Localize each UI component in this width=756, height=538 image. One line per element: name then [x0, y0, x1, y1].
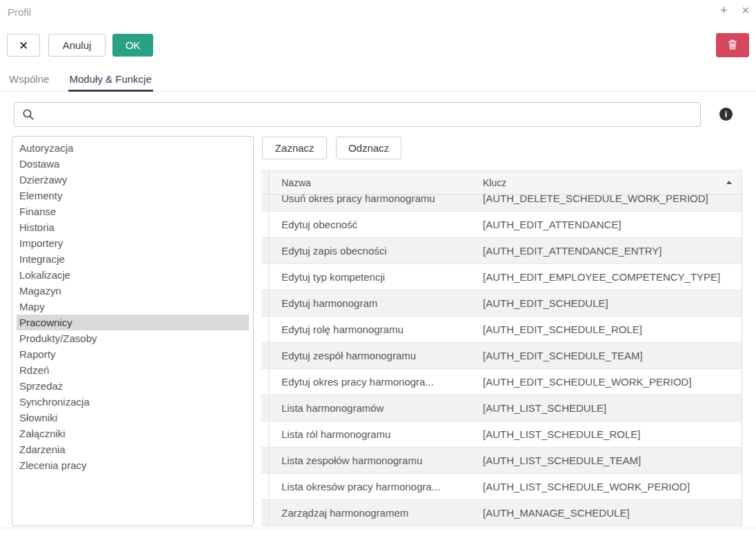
list-item[interactable]: Słowniki: [17, 410, 249, 426]
list-item[interactable]: Dzierżawy: [17, 172, 249, 188]
list-item[interactable]: Raporty: [17, 346, 249, 362]
row-gutter: [261, 195, 269, 211]
cell-nazwa: Edytuj harmonogram: [269, 297, 470, 309]
table-row[interactable]: Edytuj obecność[AUTH_EDIT_ATTENDANCE]: [261, 212, 742, 238]
window-close-icon[interactable]: ×: [742, 3, 749, 17]
row-gutter: [261, 369, 269, 395]
row-gutter: [261, 238, 269, 263]
table-header: Nazwa Klucz: [261, 170, 742, 195]
cell-nazwa: Edytuj rolę harmonogramu: [269, 323, 470, 335]
row-gutter: [261, 317, 269, 342]
header-gutter: [261, 171, 269, 194]
row-gutter: [261, 448, 269, 473]
list-item[interactable]: Sprzedaż: [17, 378, 249, 394]
list-item[interactable]: Finanse: [17, 203, 249, 219]
list-item[interactable]: Produkty/Zasoby: [17, 330, 249, 346]
cell-klucz: [AUTH_LIST_SCHEDULE_WORK_PERIOD]: [470, 474, 742, 499]
permissions-table: Nazwa Klucz Usuń okres pracy harmonogram…: [261, 170, 742, 526]
cell-nazwa: Lista harmonogramów: [269, 402, 470, 414]
cell-nazwa: Usuń okres pracy harmonogramu: [269, 195, 470, 204]
row-gutter: [261, 500, 269, 526]
table-body: Usuń okres pracy harmonogramu[AUTH_DELET…: [261, 195, 742, 526]
cell-klucz: [AUTH_EDIT_ATTENDANCE_ENTRY]: [470, 238, 742, 263]
list-item[interactable]: Rdzeń: [17, 362, 249, 378]
module-list: AutoryzacjaDostawaDzierżawyElementyFinan…: [12, 136, 254, 526]
table-row[interactable]: Lista zespołów harmonogramu[AUTH_LIST_SC…: [261, 448, 742, 474]
bottom-divider: [0, 528, 756, 528]
tab-moduly-funkcje[interactable]: Moduły & Funkcje: [68, 69, 153, 92]
table-row[interactable]: Lista ról harmonogramu[AUTH_LIST_SCHEDUL…: [261, 421, 742, 448]
info-icon[interactable]: i: [719, 108, 733, 121]
window-controls: + ×: [720, 3, 749, 17]
cell-nazwa: Edytuj typ kompetencji: [269, 271, 470, 283]
table-row[interactable]: Edytuj harmonogram[AUTH_EDIT_SCHEDULE]: [261, 290, 742, 317]
cell-nazwa: Lista okresów pracy harmonogra...: [269, 481, 470, 492]
list-item[interactable]: Lokalizacje: [17, 267, 249, 283]
row-gutter: [261, 212, 269, 237]
table-row[interactable]: Zarządzaj harmonogramem[AUTH_MANAGE_SCHE…: [261, 500, 742, 526]
list-item[interactable]: Zdarzenia: [17, 441, 249, 457]
table-row[interactable]: Lista okresów pracy harmonogra...[AUTH_L…: [261, 474, 742, 500]
page-title: Profil: [8, 6, 31, 18]
cell-klucz: [AUTH_EDIT_SCHEDULE_TEAM]: [470, 343, 742, 368]
select-all-button[interactable]: Zaznacz: [262, 137, 327, 159]
tab-wspolne[interactable]: Wspólne: [8, 69, 50, 92]
row-gutter: [261, 474, 269, 499]
cell-klucz: [AUTH_LIST_SCHEDULE_TEAM]: [470, 448, 742, 473]
delete-button[interactable]: [716, 33, 749, 57]
list-item[interactable]: Synchronizacja: [17, 394, 249, 410]
search-input[interactable]: [40, 105, 700, 124]
cell-klucz: [AUTH_EDIT_SCHEDULE]: [470, 290, 742, 316]
sort-asc-icon: [726, 181, 732, 184]
row-gutter: [261, 421, 269, 447]
cell-nazwa: Lista zespołów harmonogramu: [269, 455, 470, 466]
list-item[interactable]: Załączniki: [17, 426, 249, 441]
row-gutter: [261, 343, 269, 368]
list-item[interactable]: Zlecenia pracy: [17, 457, 249, 473]
cancel-button[interactable]: Anuluj: [48, 34, 106, 57]
search-icon: [22, 108, 34, 121]
profile-window: Profil + × ✕ Anuluj OK Wspólne Moduły & …: [0, 0, 756, 538]
plus-icon[interactable]: +: [720, 3, 728, 17]
cell-nazwa: Edytuj obecność: [269, 219, 470, 230]
cell-klucz: [AUTH_EDIT_SCHEDULE_ROLE]: [470, 317, 742, 342]
table-body-inner: Usuń okres pracy harmonogramu[AUTH_DELET…: [261, 195, 742, 526]
list-item[interactable]: Mapy: [17, 299, 249, 315]
cell-klucz: [AUTH_EDIT_EMPLOYEE_COMPETENCY_TYPE]: [470, 264, 742, 290]
list-item[interactable]: Dostawa: [17, 156, 249, 172]
cell-nazwa: Zarządzaj harmonogramem: [269, 507, 470, 519]
table-row[interactable]: Edytuj rolę harmonogramu[AUTH_EDIT_SCHED…: [261, 317, 742, 343]
cell-nazwa: Lista ról harmonogramu: [269, 428, 470, 440]
row-gutter: [261, 264, 269, 290]
list-item[interactable]: Magazyn: [17, 283, 249, 299]
close-button[interactable]: ✕: [7, 34, 40, 57]
list-item[interactable]: Importery: [17, 235, 249, 251]
column-header-nazwa[interactable]: Nazwa: [269, 177, 470, 188]
cell-klucz: [AUTH_DELETE_SCHEDULE_WORK_PERIOD]: [470, 195, 742, 211]
deselect-all-button[interactable]: Odznacz: [336, 137, 401, 159]
table-row[interactable]: Edytuj typ kompetencji[AUTH_EDIT_EMPLOYE…: [261, 264, 742, 290]
search-bar: [14, 102, 701, 127]
close-x-icon: ✕: [19, 39, 28, 52]
list-item[interactable]: Integracje: [17, 251, 249, 267]
row-gutter: [261, 395, 269, 421]
ok-button[interactable]: OK: [112, 34, 153, 57]
table-row[interactable]: Lista harmonogramów[AUTH_LIST_SCHEDULE]: [261, 395, 742, 421]
column-header-klucz-label: Klucz: [483, 177, 506, 188]
table-row[interactable]: Usuń okres pracy harmonogramu[AUTH_DELET…: [261, 195, 742, 212]
list-item[interactable]: Historia: [17, 219, 249, 235]
cell-klucz: [AUTH_MANAGE_SCHEDULE]: [470, 500, 742, 526]
cell-klucz: [AUTH_LIST_SCHEDULE]: [470, 395, 742, 421]
column-header-klucz[interactable]: Klucz: [470, 171, 742, 194]
cell-nazwa: Edytuj okres pracy harmonogra...: [269, 376, 470, 388]
list-item[interactable]: Elementy: [17, 188, 249, 203]
table-row[interactable]: Edytuj zespół harmonogramu[AUTH_EDIT_SCH…: [261, 343, 742, 369]
row-gutter: [261, 290, 269, 316]
cell-nazwa: Edytuj zespół harmonogramu: [269, 350, 470, 361]
trash-icon: [727, 39, 738, 52]
list-item[interactable]: Pracownicy: [17, 315, 249, 330]
table-row[interactable]: Edytuj okres pracy harmonogra...[AUTH_ED…: [261, 369, 742, 395]
table-row[interactable]: Edytuj zapis obecności[AUTH_EDIT_ATTENDA…: [261, 238, 742, 264]
cell-klucz: [AUTH_EDIT_SCHEDULE_WORK_PERIOD]: [470, 369, 742, 395]
list-item[interactable]: Autoryzacja: [17, 140, 249, 156]
